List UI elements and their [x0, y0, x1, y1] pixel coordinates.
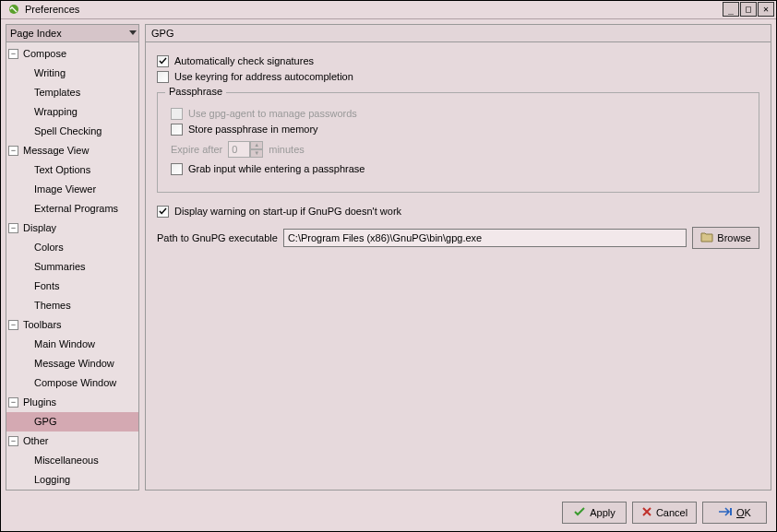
- tree-item-label: Main Window: [34, 338, 95, 349]
- tree-item-message-window[interactable]: Message Window: [6, 354, 138, 373]
- collapse-icon[interactable]: −: [8, 49, 18, 59]
- store-memory-checkbox[interactable]: [171, 124, 183, 136]
- tree-item-label: Text Options: [34, 164, 90, 175]
- tree-item-writing[interactable]: Writing: [6, 64, 138, 83]
- tree-item-label: GPG: [34, 416, 56, 427]
- tree-item-label: Miscellaneous: [34, 455, 99, 466]
- warn-startup-row[interactable]: Display warning on start-up if GnuPG doe…: [157, 206, 759, 218]
- titlebar[interactable]: Preferences _ □ ✕: [1, 1, 776, 19]
- tree-item-wrapping[interactable]: Wrapping: [6, 102, 138, 122]
- use-keyring-row[interactable]: Use keyring for address autocompletion: [157, 71, 759, 83]
- tree-item-image-viewer[interactable]: Image Viewer: [6, 180, 138, 199]
- maximize-button[interactable]: □: [740, 2, 757, 17]
- tree-item-label: Compose Window: [34, 377, 116, 388]
- collapse-icon[interactable]: −: [8, 320, 18, 330]
- use-keyring-label: Use keyring for address autocompletion: [174, 71, 353, 82]
- use-agent-checkbox: [171, 108, 183, 120]
- browse-label: Browse: [717, 232, 751, 243]
- expire-label: Expire after: [171, 144, 222, 155]
- warn-startup-label: Display warning on start-up if GnuPG doe…: [174, 206, 401, 217]
- expire-spinner: ▲ ▼: [228, 141, 263, 158]
- tree-group-label: Message View: [23, 145, 89, 156]
- check-signatures-row[interactable]: Automatically check signatures: [157, 55, 759, 67]
- path-input[interactable]: [283, 229, 687, 247]
- tree-group-label: Toolbars: [23, 319, 62, 330]
- tree-item-miscellaneous[interactable]: Miscellaneous: [6, 451, 138, 470]
- sidebar-header[interactable]: Page Index: [6, 24, 139, 42]
- check-icon: [573, 506, 586, 519]
- tree-group-compose[interactable]: −Compose: [6, 44, 138, 64]
- ok-button[interactable]: OK: [702, 502, 767, 524]
- tree-item-label: Wrapping: [34, 106, 78, 117]
- store-memory-row[interactable]: Store passphrase in memory: [171, 124, 746, 136]
- tree-item-label: Fonts: [34, 280, 60, 291]
- cancel-button[interactable]: Cancel: [632, 502, 697, 524]
- collapse-icon[interactable]: −: [8, 436, 18, 446]
- collapse-icon[interactable]: −: [8, 223, 18, 233]
- tree-group-label: Plugins: [23, 396, 56, 408]
- tree-item-label: Spell Checking: [34, 125, 102, 136]
- tree-item-logging[interactable]: Logging: [6, 470, 138, 490]
- page-tree: −ComposeWritingTemplatesWrappingSpell Ch…: [6, 42, 139, 491]
- chevron-down-icon: [129, 30, 137, 35]
- store-memory-label: Store passphrase in memory: [188, 124, 318, 135]
- tree-item-gpg[interactable]: GPG: [6, 412, 138, 432]
- ok-icon: [718, 506, 733, 519]
- expire-unit: minutes: [269, 144, 305, 155]
- warn-startup-checkbox[interactable]: [157, 206, 169, 218]
- use-keyring-checkbox[interactable]: [157, 71, 169, 83]
- minimize-button[interactable]: _: [723, 2, 739, 17]
- tree-group-message-view[interactable]: −Message View: [6, 141, 138, 160]
- close-button[interactable]: ✕: [758, 2, 774, 17]
- tree-item-fonts[interactable]: Fonts: [6, 277, 138, 296]
- tree-group-toolbars[interactable]: −Toolbars: [6, 315, 138, 335]
- check-signatures-label: Automatically check signatures: [174, 55, 314, 66]
- window-title: Preferences: [25, 4, 723, 15]
- passphrase-legend: Passphrase: [165, 86, 226, 97]
- grab-input-row[interactable]: Grab input while entering a passphrase: [171, 163, 746, 175]
- tree-item-label: Logging: [34, 474, 70, 485]
- path-label: Path to GnuPG executable: [157, 232, 278, 243]
- tree-group-other[interactable]: −Other: [6, 432, 138, 451]
- tree-item-label: Writing: [34, 67, 66, 78]
- expire-up-button: ▲: [250, 141, 263, 149]
- tree-item-colors[interactable]: Colors: [6, 238, 138, 257]
- tree-item-label: Message Window: [34, 358, 114, 369]
- tree-item-external-programs[interactable]: External Programs: [6, 199, 138, 219]
- preferences-window: Preferences _ □ ✕ Page Index −ComposeWri…: [0, 0, 777, 532]
- browse-button[interactable]: Browse: [692, 227, 759, 249]
- apply-button[interactable]: Apply: [562, 502, 627, 524]
- tree-item-compose-window[interactable]: Compose Window: [6, 373, 138, 393]
- tree-item-summaries[interactable]: Summaries: [6, 257, 138, 277]
- tree-item-templates[interactable]: Templates: [6, 83, 138, 102]
- tree-group-label: Display: [23, 222, 56, 233]
- tree-item-label: Templates: [34, 87, 80, 98]
- svg-rect-1: [730, 508, 732, 515]
- grab-input-checkbox[interactable]: [171, 163, 183, 175]
- sidebar-header-label: Page Index: [10, 28, 62, 39]
- tree-item-spell-checking[interactable]: Spell Checking: [6, 122, 138, 141]
- tree-item-label: Colors: [34, 242, 64, 253]
- app-icon: [6, 2, 21, 17]
- tree-group-display[interactable]: −Display: [6, 219, 138, 238]
- tree-group-plugins[interactable]: −Plugins: [6, 393, 138, 412]
- panel-title: GPG: [145, 24, 771, 42]
- tree-item-main-window[interactable]: Main Window: [6, 335, 138, 354]
- cancel-icon: [641, 506, 652, 519]
- collapse-icon[interactable]: −: [8, 397, 18, 408]
- collapse-icon[interactable]: −: [8, 146, 18, 156]
- ok-label: OK: [736, 507, 751, 518]
- tree-item-themes[interactable]: Themes: [6, 296, 138, 315]
- tree-item-label: Summaries: [34, 261, 86, 272]
- dialog-footer: Apply Cancel OK: [1, 495, 776, 531]
- tree-item-label: Themes: [34, 300, 71, 311]
- tree-item-label: External Programs: [34, 203, 118, 214]
- use-agent-label: Use gpg-agent to manage passwords: [188, 108, 357, 119]
- passphrase-fieldset: Passphrase Use gpg-agent to manage passw…: [157, 92, 759, 193]
- use-agent-row: Use gpg-agent to manage passwords: [171, 108, 746, 120]
- check-signatures-checkbox[interactable]: [157, 55, 169, 67]
- grab-input-label: Grab input while entering a passphrase: [188, 163, 365, 174]
- tree-item-text-options[interactable]: Text Options: [6, 160, 138, 180]
- expire-down-button: ▼: [250, 149, 263, 158]
- main-panel: GPG Automatically check signatures Use k…: [145, 24, 771, 491]
